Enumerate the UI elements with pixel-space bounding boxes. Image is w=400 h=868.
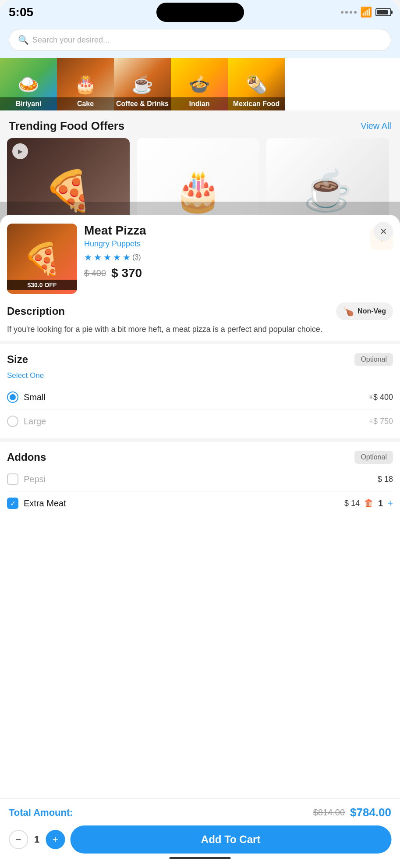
- size-radio-inner-small: [10, 394, 16, 400]
- bottom-bar: Total Amount: $814.00 $784.00 − 1 + Add …: [0, 798, 400, 868]
- size-label-small: Small: [24, 392, 368, 402]
- addons-title: Addons: [7, 451, 46, 463]
- total-label: Total Amount:: [9, 807, 73, 818]
- total-prices: $814.00 $784.00: [313, 806, 391, 819]
- section-divider-2: [0, 438, 400, 442]
- view-all-button[interactable]: View All: [361, 121, 391, 131]
- size-title: Size: [7, 353, 28, 366]
- category-item-cake[interactable]: 🎂 Cake: [57, 58, 114, 110]
- sale-price: $ 370: [111, 266, 142, 280]
- status-bar: 5:05 📶: [0, 0, 400, 25]
- size-option-large[interactable]: Large +$ 750: [7, 409, 393, 433]
- category-item-coffee[interactable]: ☕ Coffee & Drinks: [114, 58, 171, 110]
- search-input[interactable]: Search your desired...: [32, 36, 110, 45]
- addon-pepsi[interactable]: Pepsi $ 18: [7, 467, 393, 491]
- size-select-one: Select One: [7, 370, 393, 385]
- total-sale-price: $784.00: [350, 806, 391, 819]
- category-image-cake: 🎂 Cake: [57, 58, 114, 110]
- trash-icon[interactable]: 🗑: [364, 498, 374, 509]
- category-item-indian[interactable]: 🍲 Indian: [171, 58, 228, 110]
- total-row: Total Amount: $814.00 $784.00: [9, 806, 391, 819]
- add-to-cart-button[interactable]: Add To Cart: [70, 825, 391, 854]
- category-label-mexican: Mexican Food: [228, 97, 285, 110]
- product-name: Meat Pizza: [84, 224, 363, 238]
- description-section: Description 🍗 Non-Veg If you're looking …: [0, 294, 400, 335]
- non-veg-label: Non-Veg: [358, 307, 386, 315]
- notch-pill: [156, 3, 244, 22]
- category-image-coffee: ☕ Coffee & Drinks: [114, 58, 171, 110]
- original-price: $ 400: [84, 268, 106, 278]
- search-input-wrap[interactable]: 🔍 Search your desired...: [9, 29, 391, 51]
- trending-header: Trending Food Offers View All: [0, 110, 400, 138]
- product-info: Meat Pizza Hungry Puppets ★ ★ ★ ★ ★ (3) …: [84, 224, 363, 280]
- size-optional-badge: Optional: [354, 353, 393, 366]
- product-image: 🍕 $30.0 OFF: [7, 224, 77, 294]
- star-1: ★: [84, 252, 92, 263]
- size-label-large: Large: [24, 416, 368, 427]
- product-header: 🍕 $30.0 OFF Meat Pizza Hungry Puppets ★ …: [0, 215, 400, 294]
- addon-plus-icon[interactable]: +: [387, 498, 393, 509]
- addons-optional-badge: Optional: [354, 451, 393, 464]
- star-5-half: ★: [123, 252, 131, 263]
- stars-row: ★ ★ ★ ★ ★ (3): [84, 252, 363, 263]
- star-2: ★: [94, 252, 102, 263]
- addon-checkbox-pepsi[interactable]: [7, 473, 18, 485]
- category-item-biriyani[interactable]: 🍛 Biriyani: [0, 58, 57, 110]
- category-image-biriyani: 🍛 Biriyani: [0, 58, 57, 110]
- wifi-icon: 📶: [360, 7, 372, 18]
- non-veg-icon: 🍗: [343, 306, 354, 317]
- category-label-coffee: Coffee & Drinks: [114, 97, 171, 110]
- qty-display: 1: [34, 834, 39, 845]
- addon-extra-meat[interactable]: ✓ Extra Meat $ 14 🗑 1 +: [7, 491, 393, 515]
- cart-actions: − 1 + Add To Cart: [9, 825, 391, 854]
- qty-plus-button[interactable]: +: [46, 830, 65, 849]
- size-radio-small[interactable]: [7, 391, 18, 403]
- description-text: If you're looking for a pie with a bit m…: [7, 324, 393, 335]
- category-label-cake: Cake: [57, 97, 114, 110]
- description-title: Description: [7, 305, 65, 317]
- category-item-mexican[interactable]: 🌯 Mexican Food: [228, 58, 285, 110]
- review-count: (3): [132, 253, 141, 261]
- restaurant-name[interactable]: Hungry Puppets: [84, 239, 363, 249]
- category-label-biriyani: Biriyani: [0, 97, 57, 110]
- size-section: Size Optional Select One Small +$ 400 La…: [0, 344, 400, 433]
- addon-label-extra-meat: Extra Meat: [24, 498, 344, 509]
- addon-qty-extra-meat: 1: [378, 498, 383, 509]
- addon-price-pepsi: $ 18: [378, 475, 393, 484]
- search-bar: 🔍 Search your desired...: [0, 25, 400, 58]
- qty-control: − 1 +: [9, 830, 65, 849]
- play-icon[interactable]: ▶: [12, 143, 28, 159]
- size-price-small: +$ 400: [368, 393, 393, 402]
- category-image-indian: 🍲 Indian: [171, 58, 228, 110]
- category-label-indian: Indian: [171, 97, 228, 110]
- bottom-sheet: ✕ 🍕 $30.0 OFF Meat Pizza Hungry Puppets …: [0, 215, 400, 868]
- section-divider-1: [0, 341, 400, 344]
- categories-row: 🍛 Biriyani 🎂 Cake ☕ Coffee & Drinks 🍲 In…: [0, 58, 400, 110]
- addon-label-pepsi: Pepsi: [24, 474, 378, 484]
- non-veg-badge: 🍗 Non-Veg: [336, 302, 393, 320]
- category-image-mexican: 🌯 Mexican Food: [228, 58, 285, 110]
- qty-minus-button[interactable]: −: [9, 830, 28, 849]
- star-3: ★: [103, 252, 111, 263]
- price-row: $ 400 $ 370: [84, 266, 363, 280]
- addons-section: Addons Optional Pepsi $ 18 ✓ Extra Meat …: [0, 442, 400, 515]
- star-4: ★: [113, 252, 121, 263]
- status-icons: 📶: [341, 7, 391, 18]
- checkmark-icon: ✓: [10, 499, 16, 508]
- size-price-large: +$ 750: [368, 417, 393, 426]
- close-button[interactable]: ✕: [374, 222, 393, 241]
- trending-title: Trending Food Offers: [9, 119, 124, 133]
- discount-badge: $30.0 OFF: [7, 280, 77, 290]
- total-original-price: $814.00: [313, 808, 345, 818]
- home-indicator: [170, 857, 231, 859]
- size-radio-large[interactable]: [7, 416, 18, 427]
- status-time: 5:05: [9, 5, 33, 19]
- size-option-small[interactable]: Small +$ 400: [7, 385, 393, 409]
- addons-header: Addons Optional: [7, 451, 393, 464]
- description-header: Description 🍗 Non-Veg: [7, 302, 393, 320]
- addon-controls-extra-meat: $ 14 🗑 1 +: [344, 498, 393, 509]
- addon-checkbox-extra-meat[interactable]: ✓: [7, 498, 18, 509]
- signal-dots: [341, 11, 357, 14]
- size-header: Size Optional: [7, 353, 393, 366]
- battery-icon: [375, 8, 391, 16]
